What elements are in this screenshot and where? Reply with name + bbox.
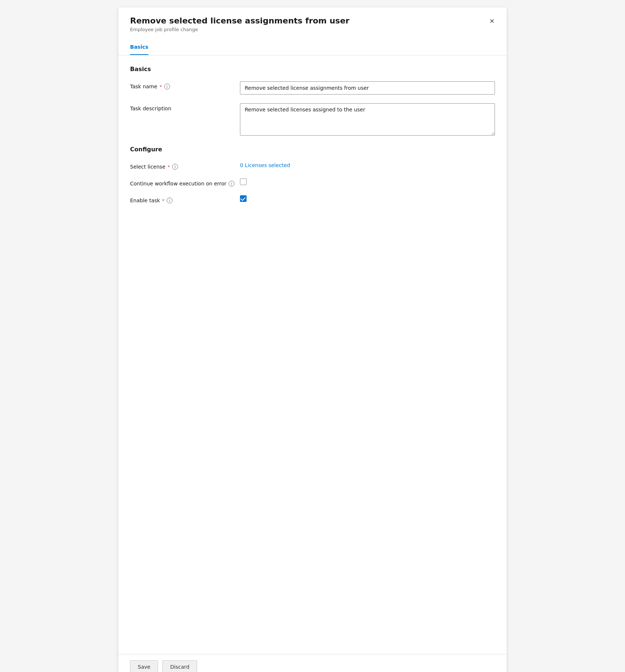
- discard-button[interactable]: Discard: [162, 660, 197, 672]
- panel-title: Remove selected license assignments from…: [130, 16, 495, 25]
- enable-task-info-icon: i: [167, 197, 173, 203]
- task-description-control: [240, 103, 495, 137]
- enable-task-checkbox[interactable]: [240, 195, 247, 202]
- save-button[interactable]: Save: [130, 660, 158, 672]
- tabs: Basics: [118, 40, 507, 55]
- basics-section: Basics Task name * i Task description: [130, 66, 495, 137]
- select-license-row: Select license * i 0 Licenses selected: [130, 162, 495, 170]
- panel-subtitle: Employee job profile change: [130, 27, 495, 32]
- continue-on-error-row: Continue workflow execution on error i: [130, 178, 495, 187]
- tab-basics[interactable]: Basics: [130, 40, 148, 55]
- task-name-control: [240, 81, 495, 95]
- enable-task-row: Enable task * i: [130, 195, 495, 203]
- enable-task-label: Enable task * i: [130, 195, 240, 203]
- close-button[interactable]: ×: [486, 15, 498, 26]
- select-license-info-icon: i: [172, 164, 178, 170]
- panel-header: Remove selected license assignments from…: [118, 7, 507, 38]
- task-description-input[interactable]: [240, 103, 495, 136]
- continue-on-error-control: [240, 178, 495, 185]
- configure-heading: Configure: [130, 146, 495, 153]
- close-icon: ×: [489, 17, 495, 25]
- enable-task-required: *: [162, 198, 165, 203]
- task-name-input[interactable]: [240, 81, 495, 95]
- configure-section: Configure Select license * i 0 Licenses …: [130, 146, 495, 203]
- continue-on-error-checkbox[interactable]: [240, 178, 247, 185]
- select-license-label: Select license * i: [130, 162, 240, 170]
- task-description-label: Task description: [130, 103, 240, 111]
- panel-footer: Save Discard: [118, 654, 507, 672]
- task-name-info-icon: i: [164, 84, 170, 89]
- panel-content: Basics Task name * i Task description: [118, 55, 507, 654]
- basics-heading: Basics: [130, 66, 495, 73]
- task-name-row: Task name * i: [130, 81, 495, 95]
- select-license-control: 0 Licenses selected: [240, 162, 495, 169]
- task-description-row: Task description: [130, 103, 495, 137]
- continue-on-error-info-icon: i: [229, 181, 234, 187]
- continue-on-error-label: Continue workflow execution on error i: [130, 178, 240, 187]
- panel: Remove selected license assignments from…: [118, 7, 507, 672]
- task-name-required: *: [159, 84, 162, 89]
- enable-task-control: [240, 195, 495, 202]
- select-license-required: *: [168, 164, 170, 170]
- task-name-label: Task name * i: [130, 81, 240, 89]
- select-license-link[interactable]: 0 Licenses selected: [240, 162, 290, 168]
